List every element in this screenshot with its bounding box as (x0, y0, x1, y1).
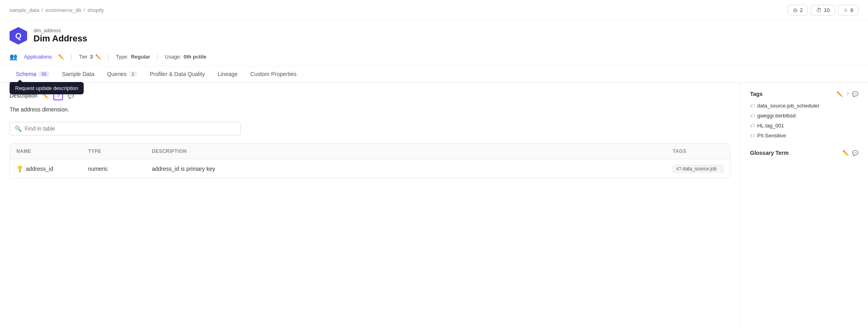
tab-schema-label: Schema (16, 71, 36, 77)
description-header: Description ✏️ ? 💬 (10, 91, 731, 100)
tags-comment-icon[interactable]: 💬 (852, 91, 858, 97)
top-bar: sample_data / ecommerce_db / shopify ⊙ 2… (0, 0, 868, 21)
tab-sample-data[interactable]: Sample Data (56, 66, 101, 83)
tags-request-icon[interactable]: ? (846, 91, 849, 97)
description-request-update-button[interactable]: ? (53, 91, 63, 100)
col-header-tags: TAGS (666, 144, 730, 159)
tag-icon-2: 🏷 (750, 123, 755, 129)
glossary-section-header: Glossary Term ✏️ 💬 (750, 150, 858, 156)
breadcrumb-part-1[interactable]: sample_data (10, 7, 39, 13)
history-button[interactable]: ⏱ 10 (811, 5, 835, 16)
top-actions: ⊙ 2 ⏱ 10 ☆ 8 (788, 5, 858, 16)
tab-queries-badge: 2 (129, 71, 137, 77)
schema-table: NAME TYPE DESCRIPTION TAGS 🔑 address_id … (10, 143, 731, 179)
right-sidebar: Tags ✏️ ? 💬 🏷 data_source.job_scheduler … (740, 83, 868, 331)
tab-queries-label: Queries (107, 71, 127, 77)
tag-item-2: 🏷 HL.tag_001 (750, 123, 858, 129)
search-box: 🔍 (10, 122, 241, 135)
glossary-comment-icon[interactable]: 💬 (852, 150, 858, 156)
entity-title: Dim Address (33, 33, 87, 44)
tab-queries[interactable]: Queries 2 (101, 66, 143, 83)
mentions-icon: ⊙ (793, 7, 797, 13)
description-edit-button[interactable]: ✏️ (41, 91, 50, 100)
row-type: numeric (88, 166, 108, 172)
glossary-edit-icon[interactable]: ✏️ (842, 150, 849, 156)
type-label: Type: (116, 54, 129, 60)
star-count: 8 (850, 7, 853, 13)
mentions-count: 2 (800, 7, 803, 13)
type-value: Regular (131, 54, 150, 60)
col-header-type: TYPE (82, 144, 145, 159)
star-icon: ☆ (843, 7, 848, 13)
tag-item-1: 🏷 gweggr.berbtbsd (750, 113, 858, 119)
tag-text-3[interactable]: PII.Sensitive (757, 133, 786, 139)
entity-header: Q dim_address Dim Address (0, 21, 868, 49)
description-label: Description (10, 92, 37, 99)
breadcrumb-part-3[interactable]: shopify (87, 7, 104, 13)
tags-section-header: Tags ✏️ ? 💬 (750, 91, 858, 97)
tab-lineage[interactable]: Lineage (211, 66, 244, 83)
breadcrumb-sep-2: / (84, 7, 85, 13)
divider-1: | (71, 53, 73, 61)
usage-item: Usage: 0th pctile (165, 54, 206, 60)
left-content: Description ✏️ ? 💬 The address dimension… (0, 83, 740, 331)
owners-icon: 👥 (10, 53, 18, 61)
mentions-button[interactable]: ⊙ 2 (788, 5, 808, 16)
history-icon: ⏱ (816, 7, 821, 13)
search-input[interactable] (25, 125, 236, 132)
tab-sample-data-label: Sample Data (62, 71, 94, 77)
usage-label: Usage: (165, 54, 181, 60)
col-header-description: DESCRIPTION (145, 144, 666, 159)
tab-custom-properties[interactable]: Custom Properties (244, 66, 303, 83)
main-layout: Description ✏️ ? 💬 The address dimension… (0, 83, 868, 331)
tags-section: Tags ✏️ ? 💬 🏷 data_source.job_scheduler … (750, 91, 858, 139)
row-name[interactable]: address_id (26, 166, 53, 172)
breadcrumb: sample_data / ecommerce_db / shopify (10, 7, 104, 13)
owners-edit-icon[interactable]: ✏️ (58, 54, 64, 60)
glossary-section: Glossary Term ✏️ 💬 (750, 150, 858, 156)
tier-edit-icon[interactable]: ✏️ (95, 54, 101, 60)
divider-2: | (108, 53, 110, 61)
row-tags-cell: 🏷 data_source.job (666, 159, 730, 178)
entity-logo-letter: Q (15, 31, 22, 41)
tier-value: 3 (90, 54, 93, 60)
tag-label-icon: 🏷 (676, 166, 681, 172)
star-button[interactable]: ☆ 8 (838, 5, 858, 16)
row-name-cell: 🔑 address_id (10, 160, 82, 178)
row-tag-text: data_source.job (683, 166, 717, 172)
schema-tab-container: Schema 56 Request update description (10, 66, 56, 82)
description-comment-button[interactable]: 💬 (66, 91, 76, 100)
row-type-cell: numeric (82, 160, 145, 178)
table-header: NAME TYPE DESCRIPTION TAGS (10, 144, 730, 159)
tag-icon-1: 🏷 (750, 113, 755, 119)
breadcrumb-part-2[interactable]: ecommerce_db (45, 7, 81, 13)
table-row: 🔑 address_id numeric address_id is prima… (10, 159, 730, 178)
description-text: The address dimension. (10, 105, 731, 114)
divider-3: | (157, 53, 159, 61)
tag-text-0[interactable]: data_source.job_scheduler (757, 103, 819, 109)
key-icon: 🔑 (15, 164, 24, 173)
row-description: address_id is primary key (152, 166, 215, 172)
tags-edit-icon[interactable]: ✏️ (837, 91, 843, 97)
tag-text-1[interactable]: gweggr.berbtbsd (757, 113, 795, 119)
search-icon: 🔍 (15, 125, 22, 132)
tab-profiler-label: Profiler & Data Quality (150, 71, 205, 77)
tab-schema-badge: 56 (39, 71, 49, 77)
row-tag-chip[interactable]: 🏷 data_source.job (673, 165, 724, 173)
entity-title-block: dim_address Dim Address (33, 28, 87, 44)
tab-profiler[interactable]: Profiler & Data Quality (143, 66, 212, 83)
tag-text-2[interactable]: HL.tag_001 (757, 123, 784, 129)
tag-icon-3: 🏷 (750, 133, 755, 139)
breadcrumb-sep-1: / (41, 7, 43, 13)
applications-link[interactable]: Applications (24, 54, 52, 60)
row-description-cell: address_id is primary key (145, 160, 666, 178)
tier-label: Tier (79, 54, 88, 60)
tab-schema[interactable]: Schema 56 (10, 66, 56, 83)
col-header-name: NAME (10, 144, 82, 159)
tabs-bar: Schema 56 Request update description Sam… (0, 66, 868, 83)
tag-icon-0: 🏷 (750, 103, 755, 109)
tags-section-title: Tags (750, 91, 833, 97)
history-count: 10 (824, 7, 829, 13)
tag-item-3: 🏷 PII.Sensitive (750, 133, 858, 139)
entity-subtitle: dim_address (33, 28, 87, 33)
